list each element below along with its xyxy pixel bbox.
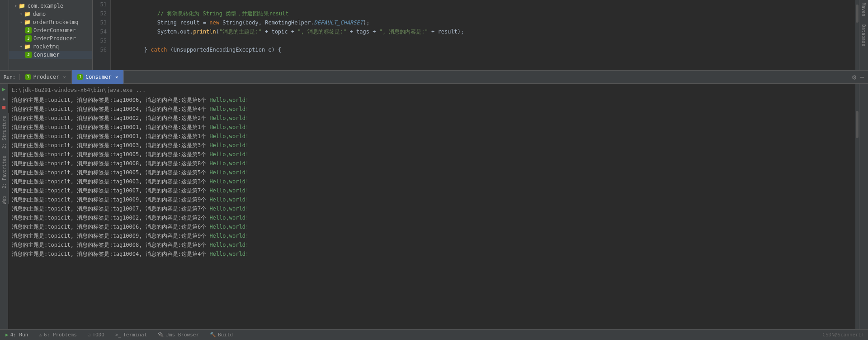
folder-icon: 📁 (24, 11, 31, 17)
hello-text: Hello,world! (209, 151, 249, 158)
java-exe-path: E:\jdk-8u291-windows-x64\bin\java.exe ..… (12, 85, 852, 96)
status-problems[interactable]: ⚠ 6: Problems (37, 332, 78, 338)
tree-item-Consumer[interactable]: J Consumer (9, 51, 92, 59)
tree-label: rocketmq (33, 43, 59, 50)
web-label[interactable]: Web (1, 195, 8, 205)
code-line-51 (118, 0, 848, 9)
code-lines: // 将消息转化为 String 类型，并返回结果result String r… (111, 0, 855, 70)
tab-producer[interactable]: J Producer × (20, 70, 72, 84)
hello-text: Hello,world! (209, 206, 249, 212)
run-label: Run: (0, 74, 20, 80)
tab-consumer-close[interactable]: × (115, 74, 118, 80)
output-line: 消息的主题是:topic1t, 消息的标签是:tag10004, 消息的内容是:… (12, 249, 852, 259)
left-panel-sidebar: 2: Structure 2: Favorites Web (0, 113, 9, 204)
csdn-watermark: CSDN@ScannerLT (822, 332, 864, 338)
tree-label: OrderProducer (33, 35, 76, 42)
code-line-53: String result = new String(body, Remotin… (118, 18, 848, 27)
tree-arrow: ▾ (20, 20, 22, 24)
tree-label: demo (33, 11, 46, 17)
hello-text: Hello,world! (209, 124, 249, 130)
stop-button[interactable]: ■ (0, 104, 8, 111)
output-line: 消息的主题是:topic1t, 消息的标签是:tag10002, 消息的内容是:… (12, 213, 852, 222)
tree-label: Consumer (33, 52, 60, 58)
status-todo[interactable]: ☑ TODO (86, 332, 106, 338)
code-line-55 (118, 36, 848, 45)
java-file-icon: J (25, 35, 32, 42)
tree-item-rocketmq[interactable]: ▾ 📁 rocketmq (9, 43, 92, 51)
output-lines-container: 消息的主题是:topic1t, 消息的标签是:tag10006, 消息的内容是:… (12, 96, 852, 259)
right-output-sidebar (859, 84, 868, 329)
favorites-label[interactable]: 2: Favorites (1, 155, 8, 189)
tree-item-demo[interactable]: ▾ 📁 demo (9, 10, 92, 18)
status-jms[interactable]: 🔌 Jms Browser (156, 332, 201, 338)
tab-producer-icon: J (25, 74, 31, 80)
status-bar: ▶ 4: Run ⚠ 6: Problems ☑ TODO >_ Termina… (0, 329, 868, 340)
tree-arrow: ▾ (20, 12, 22, 16)
tree-item-OrderProducer[interactable]: J OrderProducer (9, 34, 92, 43)
status-run[interactable]: ▶ 4: Run (4, 332, 30, 338)
java-file-icon: J (25, 52, 32, 58)
tree-arrow: ▾ (14, 4, 17, 8)
left-vertical-sidebar (0, 0, 9, 70)
hello-text: Hello,world! (209, 97, 249, 103)
database-label[interactable]: Database (860, 23, 867, 48)
output-line: 消息的主题是:topic1t, 消息的标签是:tag10007, 消息的内容是:… (12, 204, 852, 213)
status-build[interactable]: 🔨 Build (208, 332, 235, 338)
minimize-icon[interactable]: − (860, 73, 864, 81)
output-line: 消息的主题是:topic1t, 消息的标签是:tag10003, 消息的内容是:… (12, 177, 852, 186)
output-line: 消息的主题是:topic1t, 消息的标签是:tag10009, 消息的内容是:… (12, 231, 852, 240)
output-line: 消息的主题是:topic1t, 消息的标签是:tag10004, 消息的内容是:… (12, 105, 852, 114)
status-build-label: Build (218, 332, 233, 338)
tab-settings-area: ⚙ − (852, 73, 868, 81)
tab-producer-close[interactable]: × (63, 74, 66, 80)
code-editor: 51 52 53 54 55 56 // 将消息转化为 String 类型，并返… (93, 0, 859, 70)
hello-text: Hello,world! (209, 215, 249, 221)
structure-label[interactable]: 2: Structure (1, 115, 8, 149)
file-tree-sidebar: ▾ 📁 com.example ▾ 📁 demo ▾ 📁 orderRrocke… (9, 0, 93, 70)
status-problems-label: 6: Problems (44, 332, 77, 338)
tree-item-com-example[interactable]: ▾ 📁 com.example (9, 2, 92, 10)
output-line: 消息的主题是:topic1t, 消息的标签是:tag10008, 消息的内容是:… (12, 240, 852, 249)
todo-icon: ☑ (88, 332, 91, 338)
up-button[interactable]: ▲ (0, 95, 8, 102)
settings-icon[interactable]: ⚙ (852, 73, 857, 81)
status-terminal-label: Terminal (123, 332, 147, 338)
tree-label: com.example (27, 3, 63, 9)
hello-text: Hello,world! (209, 224, 249, 230)
hello-text: Hello,world! (209, 106, 249, 112)
jms-icon: 🔌 (158, 332, 164, 338)
maven-label[interactable]: Maven (860, 1, 867, 18)
hello-text: Hello,world! (209, 142, 249, 148)
build-icon: 🔨 (210, 332, 216, 338)
folder-icon: 📁 (24, 43, 31, 50)
tree-item-orderRrocketmq[interactable]: ▾ 📁 orderRrocketmq (9, 18, 92, 26)
output-line: 消息的主题是:topic1t, 消息的标签是:tag10006, 消息的内容是:… (12, 222, 852, 231)
hello-text: Hello,world! (209, 196, 249, 203)
status-run-label: 4: Run (10, 332, 28, 338)
code-line-54: System.out.println("消息的主题是:" + topic + "… (118, 27, 848, 36)
folder-icon: 📁 (19, 3, 25, 9)
output-line: 消息的主题是:topic1t, 消息的标签是:tag10001, 消息的内容是:… (12, 123, 852, 132)
tree-item-OrderConsumer[interactable]: J OrderConsumer (9, 26, 92, 34)
tab-consumer-icon: J (77, 74, 83, 80)
vertical-scrollbar[interactable] (855, 0, 859, 70)
scrollbar-thumb[interactable] (856, 5, 859, 23)
run-button[interactable]: ▶ (0, 86, 8, 93)
status-terminal[interactable]: >_ Terminal (113, 332, 149, 338)
output-line: 消息的主题是:topic1t, 消息的标签是:tag10001, 消息的内容是:… (12, 132, 852, 141)
output-scrollbar[interactable] (855, 84, 859, 329)
run-icon: ▶ (5, 332, 9, 338)
tree-arrow: ▾ (20, 44, 22, 49)
tab-consumer[interactable]: J Consumer × (72, 70, 124, 84)
output-scrollbar-thumb[interactable] (856, 111, 859, 138)
tab-consumer-label: Consumer (85, 74, 112, 80)
problems-icon: ⚠ (39, 332, 42, 338)
hello-text: Hello,world! (209, 233, 249, 239)
output-line: 消息的主题是:topic1t, 消息的标签是:tag10006, 消息的内容是:… (12, 96, 852, 105)
hello-text: Hello,world! (209, 115, 249, 121)
status-bar-right: CSDN@ScannerLT (822, 332, 864, 338)
editor-section: ▾ 📁 com.example ▾ 📁 demo ▾ 📁 orderRrocke… (0, 0, 868, 70)
output-content: E:\jdk-8u291-windows-x64\bin\java.exe ..… (8, 84, 855, 329)
status-jms-label: Jms Browser (166, 332, 199, 338)
code-line-52: // 将消息转化为 String 类型，并返回结果result (118, 9, 848, 18)
